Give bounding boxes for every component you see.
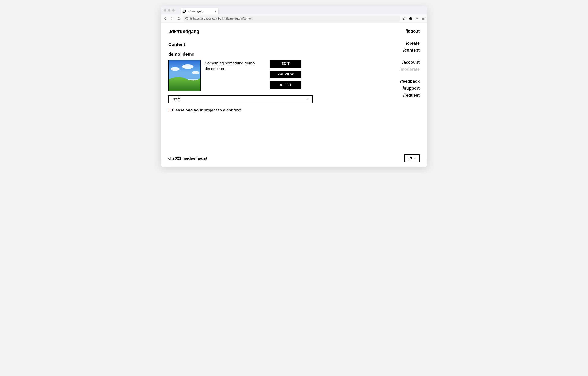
edit-button[interactable]: EDIT [270, 60, 301, 68]
footer-copyright: © 2021 medienhaus/ [168, 156, 207, 161]
nav-logout[interactable]: /logout [392, 29, 420, 34]
browser-toolbar: https://spaces.udk-berlin.de/rundgang/co… [161, 14, 427, 23]
section-title: Content [168, 42, 384, 47]
browser-window: udk/rundgang × https://spaces.udk-berlin… [161, 6, 427, 167]
preview-button[interactable]: PREVIEW [270, 71, 301, 78]
page-content: udk/rundgang Content demo_demo [161, 23, 427, 167]
project-item: Something something demo description. ED… [168, 60, 384, 91]
nav-support[interactable]: /support [392, 86, 420, 91]
window-controls [164, 9, 175, 12]
forward-button[interactable] [170, 17, 174, 20]
status-selected-value: Draft [171, 97, 180, 101]
svg-point-3 [182, 65, 193, 69]
chevron-down-icon [414, 157, 416, 160]
nav-account[interactable]: /account [392, 60, 420, 65]
tab-title: udk/rundgang [188, 10, 203, 13]
delete-button[interactable]: DELETE [270, 81, 301, 89]
url-text: https://spaces.udk-berlin.de/rundgang/co… [193, 17, 253, 20]
address-bar[interactable]: https://spaces.udk-berlin.de/rundgang/co… [184, 16, 400, 22]
tab-close-icon[interactable]: × [215, 10, 216, 13]
warning-message: ! Please add your project to a context. [168, 108, 384, 112]
nav-feedback[interactable]: /feedback [392, 79, 420, 84]
menu-icon[interactable] [421, 17, 425, 20]
shield-icon [185, 17, 188, 20]
toolbar-right [402, 17, 425, 21]
footer-year: 2021 [172, 156, 181, 161]
warning-text: Please add your project to a context. [172, 108, 242, 112]
warning-icon: ! [168, 108, 170, 112]
project-actions: EDIT PREVIEW DELETE [270, 60, 301, 89]
chevron-down-icon [306, 97, 309, 101]
language-value: EN [407, 156, 412, 160]
reload-button[interactable] [177, 17, 181, 20]
back-button[interactable] [163, 17, 168, 20]
main-column: udk/rundgang Content demo_demo [168, 29, 392, 148]
favicon-icon [183, 10, 186, 13]
status-select[interactable]: Draft [168, 95, 313, 103]
svg-rect-0 [190, 18, 192, 20]
bookmark-star-icon[interactable] [402, 17, 406, 21]
nav-request[interactable]: /request [392, 93, 420, 98]
project-title: demo_demo [168, 52, 384, 57]
nav-content[interactable]: /content [392, 48, 420, 53]
tab-strip: udk/rundgang × [161, 6, 427, 14]
svg-point-4 [192, 71, 200, 74]
copyleft-icon: © [168, 156, 171, 161]
overflow-chevrons-icon[interactable] [415, 17, 418, 20]
lock-icon [189, 17, 192, 20]
minimize-window-icon[interactable] [168, 9, 170, 12]
svg-point-2 [171, 67, 179, 71]
nav-create[interactable]: /create [392, 41, 420, 46]
maximize-window-icon[interactable] [172, 9, 175, 12]
browser-tab[interactable]: udk/rundgang × [181, 8, 219, 14]
profile-icon[interactable] [409, 17, 412, 20]
project-thumbnail [168, 60, 201, 91]
nav-moderate: /moderate [392, 67, 420, 72]
close-window-icon[interactable] [164, 9, 166, 12]
footer-brand: medienhaus/ [182, 156, 207, 161]
page-footer: © 2021 medienhaus/ EN [168, 148, 420, 162]
language-select[interactable]: EN [404, 154, 420, 162]
project-description: Something something demo description. [205, 60, 266, 71]
site-title: udk/rundgang [168, 29, 384, 34]
sidebar-nav: /logout /create /content /account /moder… [392, 29, 420, 148]
